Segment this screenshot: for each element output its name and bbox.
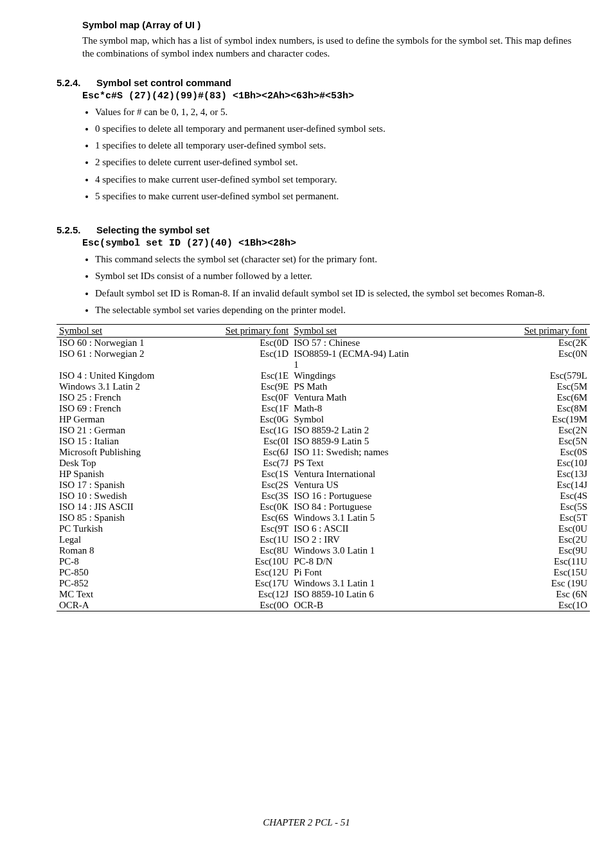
table-row: Roman 8Esc(8UWindows 3.0 Latin 1Esc(9U [57, 545, 590, 556]
table-cell: ISO 21 : German [57, 425, 195, 436]
table-row: ISO 21 : GermanEsc(1GISO 8859-2 Latin 2E… [57, 425, 590, 436]
table-row: OCR-AEsc(0OOCR-BEsc(1O [57, 600, 590, 611]
table-cell: Esc(2K [472, 338, 590, 349]
table-cell: ISO 14 : JIS ASCII [57, 502, 195, 512]
table-cell: Esc(5S [472, 502, 590, 512]
section-524-title: Symbol set control command [96, 77, 231, 88]
table-cell: ISO 69 : French [57, 403, 195, 414]
table-cell: Esc(17U [195, 578, 291, 589]
table-cell: Symbol [291, 414, 472, 425]
table-cell: ISO 8859-9 Latin 5 [291, 436, 472, 447]
table-cell: Esc(5T [472, 512, 590, 523]
table-cell: Esc(1E [195, 370, 291, 381]
section-524-head: 5.2.4. Symbol set control command [31, 77, 582, 88]
section-524-bullets: Values for # can be 0, 1, 2, 4, or 5. 0 … [69, 105, 582, 203]
section-525-num: 5.2.5. [57, 224, 96, 235]
table-cell: ISO 84 : Portuguese [291, 502, 472, 512]
table-cell: Esc(1O [472, 600, 590, 611]
table-cell: Esc(15U [472, 567, 590, 578]
table-row: Windows 3.1 Latin 2Esc(9EPS MathEsc(5M [57, 381, 590, 392]
table-header: Symbol set [57, 325, 195, 338]
table-cell: Esc(1F [195, 403, 291, 414]
table-cell: Ventura US [291, 480, 472, 491]
table-cell: Esc(1U [195, 534, 291, 545]
table-cell: Legal [57, 534, 195, 545]
table-cell: Esc(13J [472, 469, 590, 480]
list-item: 5 specifies to make current user-defined… [95, 190, 582, 203]
table-cell: Windows 3.0 Latin 1 [291, 545, 472, 556]
table-row: HP SpanishEsc(1SVentura InternationalEsc… [57, 469, 590, 480]
symbol-map-heading: Symbol map (Array of UI ) [82, 19, 576, 30]
table-cell: ISO 17 : Spanish [57, 480, 195, 491]
table-cell: ISO 60 : Norwegian 1 [57, 338, 195, 349]
table-cell: OCR-A [57, 600, 195, 611]
table-row: ISO 25 : FrenchEsc(0FVentura MathEsc(6M [57, 392, 590, 403]
table-row: 1 [57, 359, 590, 370]
table-header: Set primary font [472, 325, 590, 338]
table-cell: Esc(0S [472, 447, 590, 458]
table-cell: ISO 10 : Swedish [57, 491, 195, 502]
table-cell: Windows 3.1 Latin 5 [291, 512, 472, 523]
table-cell: Esc(0K [195, 502, 291, 512]
table-cell: Esc(5M [472, 381, 590, 392]
table-cell: Esc(10J [472, 458, 590, 469]
table-cell: Esc(2U [472, 534, 590, 545]
table-row: Desk TopEsc(7JPS TextEsc(10J [57, 458, 590, 469]
table-cell: Esc(6S [195, 512, 291, 523]
table-cell: Windows 3.1 Latin 1 [291, 578, 472, 589]
table-cell: Wingdings [291, 370, 472, 381]
table-cell: Ventura International [291, 469, 472, 480]
table-cell: Esc (19U [472, 578, 590, 589]
table-cell: Esc(0G [195, 414, 291, 425]
table-cell: Esc (6N [472, 589, 590, 600]
table-cell: Esc(0F [195, 392, 291, 403]
table-cell: Esc(0D [195, 338, 291, 349]
table-cell: HP Spanish [57, 469, 195, 480]
table-cell: OCR-B [291, 600, 472, 611]
table-cell: Esc(8U [195, 545, 291, 556]
table-cell: PC-8 D/N [291, 556, 472, 567]
table-cell: Esc(1S [195, 469, 291, 480]
table-row: ISO 14 : JIS ASCIIEsc(0KISO 84 : Portugu… [57, 502, 590, 512]
table-cell: Esc(12J [195, 589, 291, 600]
table-cell: Esc(5N [472, 436, 590, 447]
table-cell: Esc(1G [195, 425, 291, 436]
table-cell: PC-8 [57, 556, 195, 567]
table-row: PC-852Esc(17UWindows 3.1 Latin 1Esc (19U [57, 578, 590, 589]
table-cell: Esc(0U [472, 523, 590, 534]
table-cell: ISO 8859-2 Latin 2 [291, 425, 472, 436]
table-cell: MC Text [57, 589, 195, 600]
table-cell: ISO 57 : Chinese [291, 338, 472, 349]
table-cell: Roman 8 [57, 545, 195, 556]
list-item: 4 specifies to make current user-defined… [95, 173, 582, 186]
table-cell: ISO 16 : Portuguese [291, 491, 472, 502]
table-row: PC-850Esc(12UPi FontEsc(15U [57, 567, 590, 578]
table-cell: ISO 11: Swedish; names [291, 447, 472, 458]
list-item: 1 specifies to delete all temporary user… [95, 139, 582, 152]
table-cell: Esc(9E [195, 381, 291, 392]
list-item: This command selects the symbol set (cha… [95, 253, 582, 266]
table-cell [195, 359, 291, 370]
list-item: The selectable symbol set varies dependi… [95, 303, 582, 316]
table-cell: Esc(3S [195, 491, 291, 502]
table-header: Symbol set [291, 325, 472, 338]
section-525-bullets: This command selects the symbol set (cha… [69, 253, 582, 316]
table-row: ISO 15 : ItalianEsc(0IISO 8859-9 Latin 5… [57, 436, 590, 447]
list-item: 0 specifies to delete all temporary and … [95, 122, 582, 135]
table-row: HP GermanEsc(0GSymbolEsc(19M [57, 414, 590, 425]
table-cell: 1 [291, 359, 472, 370]
table-row: Microsoft PublishingEsc(6JISO 11: Swedis… [57, 447, 590, 458]
table-header: Set primary font [195, 325, 291, 338]
table-row: MC TextEsc(12JISO 8859-10 Latin 6Esc (6N [57, 589, 590, 600]
table-cell: Esc(10U [195, 556, 291, 567]
table-cell: Esc(579L [472, 370, 590, 381]
table-cell: PC Turkish [57, 523, 195, 534]
table-cell: Esc(7J [195, 458, 291, 469]
table-cell: Esc(2S [195, 480, 291, 491]
table-cell: Windows 3.1 Latin 2 [57, 381, 195, 392]
table-cell: Esc(8M [472, 403, 590, 414]
table-cell: Esc(6M [472, 392, 590, 403]
table-cell: Pi Font [291, 567, 472, 578]
table-row: ISO 61 : Norwegian 2Esc(1DISO8859-1 (ECM… [57, 348, 590, 359]
table-cell: Esc(0I [195, 436, 291, 447]
